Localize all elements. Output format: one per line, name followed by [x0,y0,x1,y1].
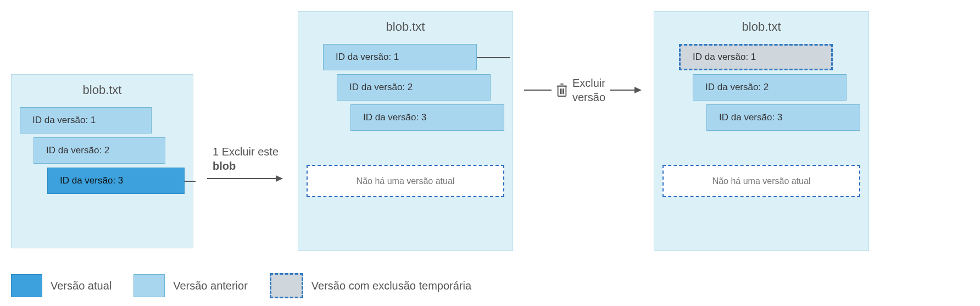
version-card-prev: ID da versão: 3 [706,104,860,131]
action-2: Excluir versão [524,76,643,104]
action-2-text-2: versão [572,91,605,103]
version-card-prev: ID da versão: 1 [20,107,152,133]
legend-swatch-current [11,274,42,297]
legend-item-current: Versão atual [11,274,112,297]
no-current-box: Não há uma versão atual [307,165,504,197]
version-card-current: ID da versão: 3 [47,168,185,194]
action-1-text-1: 1 Excluir este [213,146,279,158]
action-1-label: 1 Excluir este blob [213,144,279,173]
panel-3-stack: ID da versão: 1 ID da versão: 2 ID da ve… [662,44,860,143]
panel-2-title: blob.txt [307,20,504,34]
version-card-prev: ID da versão: 2 [693,74,847,101]
legend-label-previous: Versão anterior [173,280,248,292]
version-card-prev: ID da versão: 1 [323,44,477,70]
version-card-prev: ID da versão: 3 [350,104,504,131]
legend-swatch-softdeleted [270,273,303,298]
legend-swatch-previous [133,274,165,297]
legend-item-previous: Versão anterior [133,274,248,297]
panel-2: blob.txt ID da versão: 1 ID da versão: 2… [298,11,513,251]
action-2-text-1: Excluir [572,77,605,89]
action-2-line: Excluir versão [524,76,643,104]
svg-marker-10 [634,87,642,93]
legend-label-current: Versão atual [51,280,112,292]
arrow-segment-right [610,85,643,96]
connector-line [185,181,196,182]
trash-icon [556,83,568,97]
panel-3: blob.txt ID da versão: 1 ID da versão: 2… [654,11,869,251]
version-card-prev: ID da versão: 2 [337,74,491,101]
no-current-box: Não há uma versão atual [662,165,860,197]
action-1-text-2: blob [213,160,236,172]
panel-1-stack: ID da versão: 1 ID da versão: 2 ID da ve… [20,107,185,206]
diagram-row: blob.txt ID da versão: 1 ID da versão: 2… [11,11,969,251]
arrow-icon [207,173,284,184]
panel-2-stack: ID da versão: 1 ID da versão: 2 ID da ve… [307,44,504,143]
legend-item-softdeleted: Versão com exclusão temporária [270,273,471,298]
panel-3-title: blob.txt [662,20,860,34]
panel-1: blob.txt ID da versão: 1 ID da versão: 2… [11,74,193,248]
svg-marker-1 [276,175,283,182]
arrow-segment-left [524,85,552,96]
legend-label-softdeleted: Versão com exclusão temporária [311,280,471,292]
legend: Versão atual Versão anterior Versão com … [11,273,969,298]
connector-line [477,57,510,58]
panel-1-title: blob.txt [20,83,185,97]
action-2-label: Excluir versão [572,76,605,104]
version-card-softdeleted: ID da versão: 1 [679,44,833,70]
version-card-prev: ID da versão: 2 [34,137,165,164]
action-1: 1 Excluir este blob [204,144,287,184]
